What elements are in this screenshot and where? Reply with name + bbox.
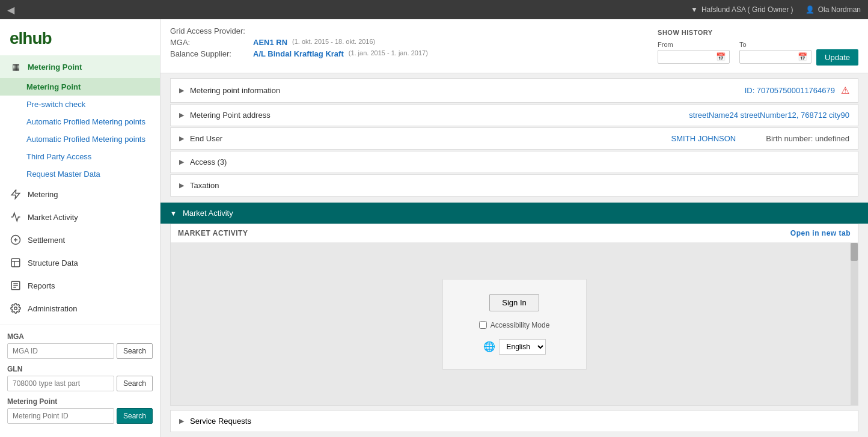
sidebar-subitem-metering-point[interactable]: Metering Point <box>0 78 160 96</box>
accordion-value-metering-point-info: ID: 707057500011764679 <box>745 86 835 95</box>
accessibility-row: Accessibility Mode <box>479 321 550 329</box>
service-requests-title: Service Requests <box>190 417 251 426</box>
mga-value[interactable]: AEN1 RN <box>253 38 287 47</box>
sidebar-item-settlement[interactable]: Settlement <box>0 228 160 251</box>
gln-search-label: GLN <box>7 365 153 373</box>
from-calendar-icon[interactable]: 📅 <box>716 52 726 61</box>
history-label: SHOW HISTORY <box>658 29 858 36</box>
balance-value[interactable]: A/L Bindal Kraftlag Kraft <box>253 49 344 58</box>
metering-search-group: Metering Point Search <box>7 397 153 424</box>
sidebar-subitem-third-party-access[interactable]: Third Party Access <box>0 148 160 165</box>
accordion-title-metering-point-info: Metering point information <box>190 86 739 95</box>
to-date-input[interactable] <box>744 52 798 61</box>
sidebar-item-structure-data[interactable]: Structure Data <box>0 251 160 274</box>
back-arrow-icon[interactable]: ◀ <box>7 4 14 16</box>
user-name: Ola Nordman <box>818 5 861 14</box>
user-icon: 👤 <box>805 5 815 14</box>
sign-in-button[interactable]: Sign In <box>489 294 539 311</box>
metering-search-label: Metering Point <box>7 397 153 406</box>
org-name: Hafslund ASA ( Grid Owner ) <box>701 5 793 14</box>
administration-icon <box>10 302 22 314</box>
arrow-icon-metering-point-info: ▶ <box>179 87 184 94</box>
sidebar-subitem-advanced-search[interactable]: Automatic Profiled Metering points <box>0 130 160 148</box>
sidebar-item-administration[interactable]: Administration <box>0 297 160 320</box>
from-label: From <box>658 41 730 48</box>
org-selector[interactable]: ▼ Hafslund ASA ( Grid Owner ) <box>691 5 793 14</box>
mga-search-input[interactable] <box>7 343 114 359</box>
balance-label: Balance Supplier: <box>170 49 248 58</box>
sidebar-subitem-pre-switch-check[interactable]: Pre-switch check <box>0 96 160 113</box>
accordion-title-taxation: Taxation <box>190 181 849 190</box>
update-button[interactable]: Update <box>816 49 858 66</box>
accordion-header-access[interactable]: ▶ Access (3) <box>171 151 858 173</box>
arrow-icon-taxation: ▶ <box>179 182 184 189</box>
grid-access-label: Grid Access Provider: <box>170 26 248 35</box>
accordion-section: ▶ Metering point information ID: 7070575… <box>160 73 868 203</box>
market-activity-icon <box>10 211 22 223</box>
settlement-icon <box>10 234 22 246</box>
sidebar-subitem-request-master-data[interactable]: Request Master Data <box>0 165 160 183</box>
gln-search-input[interactable] <box>7 376 114 391</box>
mga-search-button[interactable]: Search <box>117 343 153 359</box>
market-activity-bar: MARKET ACTIVITY Open in new tab <box>171 224 858 243</box>
sidebar-item-market-activity[interactable]: Market Activity <box>0 206 160 228</box>
to-calendar-icon[interactable]: 📅 <box>798 52 807 61</box>
reports-icon <box>10 280 22 292</box>
sidebar-label-settlement: Settlement <box>28 236 65 245</box>
from-date-input-wrap[interactable]: 📅 <box>658 50 730 64</box>
market-activity-section-title: Market Activity <box>183 209 233 218</box>
gln-search-group: GLN Search <box>7 365 153 391</box>
frame-scrollbar[interactable] <box>851 243 858 405</box>
accordion-header-end-user[interactable]: ▶ End User SMITH JOHNSON Birth number: u… <box>171 128 858 149</box>
market-activity-collapse-arrow: ▼ <box>170 210 177 217</box>
accordion-title-access: Access (3) <box>190 157 849 167</box>
org-dropdown-arrow: ▼ <box>691 5 698 14</box>
history-section: SHOW HISTORY From 📅 To <box>658 26 858 66</box>
frame-scrollbar-thumb <box>851 243 858 261</box>
service-requests-bar[interactable]: ▶ Service Requests <box>170 410 858 432</box>
accordion-taxation: ▶ Taxation <box>170 174 858 197</box>
globe-icon: 🌐 <box>483 341 495 352</box>
sidebar-label-metering: Metering <box>28 190 58 199</box>
accordion-value-end-user: SMITH JOHNSON <box>671 134 736 143</box>
accessibility-checkbox[interactable] <box>479 321 487 329</box>
gln-search-button[interactable]: Search <box>117 376 153 391</box>
svg-rect-3 <box>11 258 20 267</box>
arrow-icon-metering-point-address: ▶ <box>179 111 184 119</box>
sign-in-panel: Sign In Accessibility Mode 🌐 English <box>442 279 587 370</box>
accordion-end-user: ▶ End User SMITH JOHNSON Birth number: u… <box>170 127 858 150</box>
accordion-extra-end-user: Birth number: undefined <box>766 134 849 143</box>
sidebar-label-reports: Reports <box>28 281 55 290</box>
to-date-input-wrap[interactable]: 📅 <box>739 50 811 64</box>
accordion-header-taxation[interactable]: ▶ Taxation <box>171 175 858 196</box>
sidebar-item-reports[interactable]: Reports <box>0 274 160 297</box>
accordion-metering-point-address: ▶ Metering Point address streetName24 st… <box>170 104 858 126</box>
mga-search-label: MGA <box>7 332 153 341</box>
balance-dates: (1. jan. 2015 - 1. jan. 2017) <box>349 49 428 58</box>
user-menu[interactable]: 👤 Ola Nordman <box>805 5 861 14</box>
sidebar-subitem-auto-profiled[interactable]: Automatic Profiled Metering points <box>0 113 160 130</box>
sidebar-item-metering-point[interactable]: ▦ Metering Point <box>0 55 160 78</box>
app-logo: elhub <box>0 19 160 55</box>
embedded-frame: Sign In Accessibility Mode 🌐 English <box>171 243 858 405</box>
mga-label: MGA: <box>170 38 248 47</box>
accordion-metering-point-info: ▶ Metering point information ID: 7070575… <box>170 78 858 103</box>
accordion-title-metering-point-address: Metering Point address <box>190 111 683 120</box>
arrow-icon-end-user: ▶ <box>179 135 184 142</box>
mga-dates: (1. okt. 2015 - 18. okt. 2016) <box>292 38 375 47</box>
mga-search-group: MGA Search <box>7 332 153 359</box>
language-select[interactable]: English <box>499 339 546 355</box>
open-new-tab-link[interactable]: Open in new tab <box>790 229 851 237</box>
to-label: To <box>739 41 811 48</box>
sidebar-item-metering[interactable]: Metering <box>0 183 160 206</box>
structure-data-icon <box>10 257 22 269</box>
language-row: 🌐 English <box>483 339 546 355</box>
accordion-header-metering-point-address[interactable]: ▶ Metering Point address streetName24 st… <box>171 105 858 126</box>
metering-search-input[interactable] <box>7 408 114 424</box>
accordion-header-metering-point-info[interactable]: ▶ Metering point information ID: 7070575… <box>171 79 858 102</box>
accordion-value-metering-point-address: streetName24 streetNumber12, 768712 city… <box>689 111 849 120</box>
market-activity-section-header[interactable]: ▼ Market Activity <box>160 203 868 224</box>
from-date-input[interactable] <box>662 52 716 61</box>
metering-search-button[interactable]: Search <box>117 408 153 424</box>
top-bar: ◀ ▼ Hafslund ASA ( Grid Owner ) 👤 Ola No… <box>0 0 868 19</box>
